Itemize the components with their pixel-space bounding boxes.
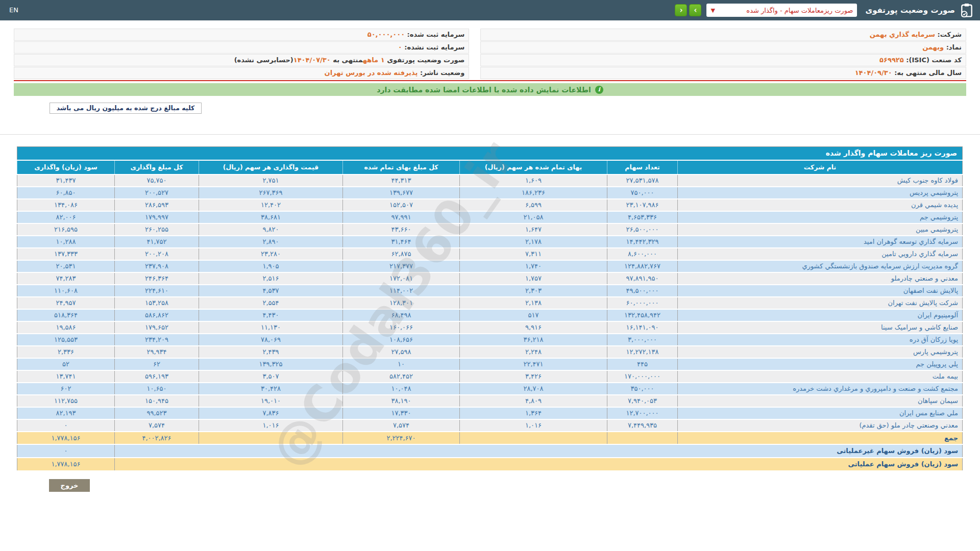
sum-value-cell: ۴,۰۰۲,۸۲۶ — [115, 432, 199, 444]
value-cell: ۵۱۷ — [460, 309, 607, 321]
info-cell-left: سرمایه ثبت شده: ۵۰,۰۰۰,۰۰۰ — [14, 29, 469, 41]
value-cell: ۲۰۰,۲۰۸ — [115, 248, 199, 260]
value-cell: ۲۶۰,۲۵۵ — [115, 223, 199, 236]
value-cell: ۱۷۹,۹۹۷ — [115, 211, 199, 223]
table-title-row: صورت ریز معاملات سهام واگذار شده — [17, 147, 962, 160]
value-cell: ۱,۳۶۴ — [460, 407, 607, 419]
value-cell: ۱۱۲,۷۵۵ — [17, 395, 114, 407]
value-cell: ۲۷,۵۳۱,۵۷۸ — [607, 174, 678, 187]
value-cell: ۱۹,۰۱۰ — [199, 395, 343, 407]
value-cell: ۲,۸۹۰ — [199, 236, 343, 248]
value-cell: ۱,۰۱۶ — [199, 419, 343, 432]
value-cell: ۹۷,۹۹۱ — [343, 211, 460, 223]
sum-row: جمع۲,۲۲۴,۶۷۰۴,۰۰۲,۸۲۶۱,۷۷۸,۱۵۶ — [17, 432, 962, 444]
table-row: پتروشیمي جم۴,۶۵۳,۳۳۶۲۱,۰۵۸۹۷,۹۹۱۳۸,۶۸۱۱۷… — [17, 211, 962, 223]
table-header-row: نام شرکتتعداد سهامبهای تمام شده هر سهم (… — [17, 160, 962, 174]
table-row: معدني وصنعتي چادر ملو (حق تقدم)۷,۴۴۹,۹۳۵… — [17, 419, 962, 432]
value-cell: ۱۰,۰۴۸ — [343, 383, 460, 395]
value-cell: ۱۵۳,۲۵۸ — [115, 297, 199, 309]
company-name-cell: پتروشیمي پارس — [678, 346, 963, 358]
company-name-cell: پتروشیمي مبین — [678, 223, 963, 236]
info-value: وبهمن — [922, 43, 944, 51]
value-cell: ۱۵۰,۹۴۵ — [115, 395, 199, 407]
value-cell: ۱۲,۷۰۰,۰۰۰ — [607, 407, 678, 419]
value-cell: ۱۸۶,۲۳۶ — [460, 187, 607, 199]
value-cell: ۵۸۲,۴۵۲ — [343, 370, 460, 383]
previous-report-button[interactable]: ‹ — [675, 4, 687, 16]
info-cell-left: وضعیت ناشر: پذیرفته شده در بورس تهران — [14, 67, 469, 79]
company-name-cell: پدیده شیمي قرن — [678, 199, 963, 211]
value-cell: ۴,۸۰۹ — [460, 395, 607, 407]
share-transactions-table: صورت ریز معاملات سهام واگذار شده نام شرک… — [17, 146, 963, 471]
value-cell: ۴,۶۵۳,۳۳۶ — [607, 211, 678, 223]
value-cell: ۱۶۰,۰۶۶ — [343, 321, 460, 334]
table-row: فولاد کاوه جنوب کیش۲۷,۵۳۱,۵۷۸۱,۶۰۹۴۴,۳۱۳… — [17, 174, 962, 187]
value-cell: ۱۲۸,۳۰۱ — [343, 297, 460, 309]
value-cell: ۲۷,۵۹۸ — [343, 346, 460, 358]
value-cell: ۲۹,۹۳۴ — [115, 346, 199, 358]
info-value: ۱۴۰۴/۰۹/۳۰ — [855, 69, 892, 77]
value-cell: ۱۱۰,۶۰۸ — [17, 285, 114, 297]
table-title: صورت ریز معاملات سهام واگذار شده — [17, 147, 962, 160]
value-cell: ۹,۹۱۶ — [460, 321, 607, 334]
value-cell: ۸۲,۱۹۳ — [17, 407, 114, 419]
table-row: آلومینیوم ایران۱۳۲,۴۵۸,۹۴۲۵۱۷۶۸,۴۹۸۴,۴۳۰… — [17, 309, 962, 321]
value-cell: ۳,۰۰۰,۰۰۰ — [607, 334, 678, 346]
report-type-dropdown[interactable]: صورت ریزمعاملات سهام - واگذار شده ▼ — [706, 4, 857, 17]
value-cell: ۴۴,۳۱۳ — [343, 174, 460, 187]
info-label: نماد: — [944, 43, 962, 51]
value-cell: ۱۷۹,۶۵۲ — [115, 321, 199, 334]
company-name-cell: صنایع کاشي و سرامیک سینا — [678, 321, 963, 334]
value-cell: ۷۸,۰۶۹ — [199, 334, 343, 346]
company-name-cell: معدني و صنعتي چادرملو — [678, 272, 963, 285]
value-cell: ۲,۱۳۸ — [460, 297, 607, 309]
value-cell: ۳۵۰,۰۰۰ — [607, 383, 678, 395]
signature-match-text: اطلاعات نمایش داده شده با اطلاعات امضا ش… — [377, 86, 591, 94]
value-cell: ۲۱۷,۳۷۷ — [343, 260, 460, 272]
value-cell: ۲۶۷,۳۶۹ — [199, 187, 343, 199]
table-row: گروه مدیریت ارزش سرمایه صندوق بازنشستگي … — [17, 260, 962, 272]
info-value: ۱ ماهه — [363, 56, 385, 64]
value-cell: ۵۲ — [17, 358, 114, 370]
column-header-2: بهای تمام شده هر سهم (ریال) — [460, 160, 607, 174]
table-row: شرکت پالایش نفت تهران۶۰,۰۰۰,۰۰۰۲,۱۳۸۱۲۸,… — [17, 297, 962, 309]
info-label: وضعیت ناشر: — [418, 69, 464, 77]
value-cell: ۱۲۵,۵۵۳ — [17, 334, 114, 346]
value-cell: ۲۳۷,۹۰۸ — [115, 260, 199, 272]
next-report-button[interactable]: › — [689, 4, 701, 16]
company-name-cell: مجتمع کشت و صنعت و دامپروري و مرغداري دش… — [678, 383, 963, 395]
footer-value-cell: ۱,۷۷۸,۱۵۶ — [17, 458, 114, 471]
value-cell: ۲,۲۴۸ — [460, 346, 607, 358]
value-cell: ۱۱۴,۰۰۲ — [343, 285, 460, 297]
company-info-row: شرکت: سرمایه گذاري بهمنسرمایه ثبت شده: ۵… — [14, 29, 966, 41]
company-name-cell: پویا زرکان آق دره — [678, 334, 963, 346]
company-name-cell: شرکت پالایش نفت تهران — [678, 297, 963, 309]
sum-value-cell — [199, 432, 343, 444]
value-cell: ۱۳۷,۳۳۳ — [17, 248, 114, 260]
page-title: صورت وضعیت پورتفوی — [865, 6, 955, 15]
value-cell: ۳,۴۲۶ — [460, 370, 607, 383]
value-cell: ۴۳,۶۶۰ — [343, 223, 460, 236]
language-switch-en[interactable]: EN — [9, 6, 18, 14]
value-cell: ۶۰۲ — [17, 383, 114, 395]
value-cell: ۳۱,۴۶۴ — [343, 236, 460, 248]
value-cell: ۸,۶۰۰,۰۰۰ — [607, 248, 678, 260]
info-value: ۰ — [398, 43, 402, 51]
table-row: پالایش نفت اصفهان۴۹,۵۰۰,۰۰۰۲,۳۰۳۱۱۴,۰۰۲۴… — [17, 285, 962, 297]
top-bar: صورت وضعیت پورتفوی صورت ریزمعاملات سهام … — [0, 0, 980, 20]
value-cell: ۱۳۹,۶۷۷ — [343, 187, 460, 199]
footer-label-cell: سود (زیان) فروش سهام عملیاتی — [115, 458, 963, 471]
value-cell: ۱۲,۴۰۲ — [199, 199, 343, 211]
info-label: شرکت: — [935, 31, 962, 38]
company-info-row: نماد: وبهمنسرمایه ثبت نشده: ۰ — [14, 41, 966, 54]
table-row: پتروشیمي پارس۱۲,۲۷۲,۱۳۸۲,۲۴۸۲۷,۵۹۸۲,۴۳۹۲… — [17, 346, 962, 358]
value-cell: ۹,۸۲۰ — [199, 223, 343, 236]
value-cell: ۳۸,۶۸۱ — [199, 211, 343, 223]
table-row: ملي صنایع مس ایران۱۲,۷۰۰,۰۰۰۱,۳۶۴۱۷,۳۳۰۷… — [17, 407, 962, 419]
value-cell: ۷۵,۷۵۰ — [115, 174, 199, 187]
info-cell-left: سرمایه ثبت نشده: ۰ — [14, 41, 469, 54]
value-cell: ۳,۵۰۷ — [199, 370, 343, 383]
column-header-3: کل مبلغ بهای تمام شده — [343, 160, 460, 174]
exit-button[interactable]: خروج — [49, 479, 90, 492]
value-cell: ۱۰ — [343, 358, 460, 370]
